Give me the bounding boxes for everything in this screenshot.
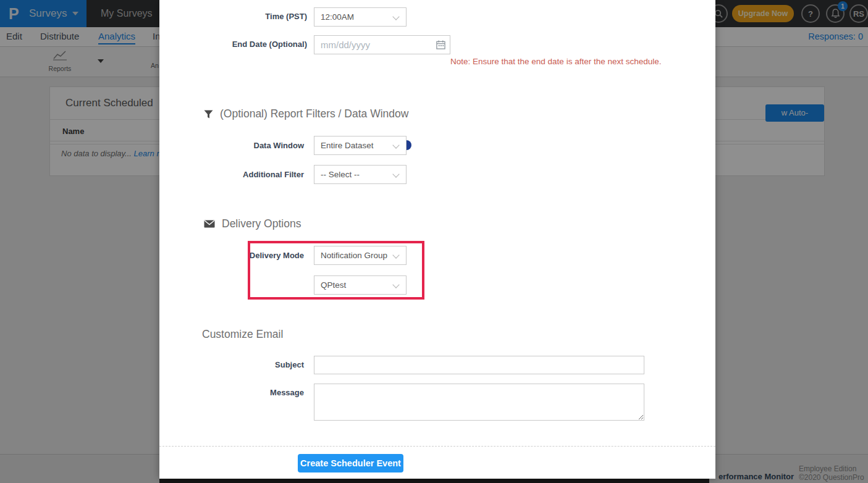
- filters-section-header: (Optional) Report Filters / Data Window: [204, 107, 408, 120]
- modal-bottom-shadow: [159, 479, 709, 483]
- delivery-mode-select[interactable]: Notification Group: [314, 246, 407, 265]
- notification-group-select-value: QPtest: [321, 280, 346, 290]
- filters-section-title: (Optional) Report Filters / Data Window: [220, 107, 408, 120]
- chevron-down-icon: [392, 141, 399, 148]
- data-window-label: Data Window: [156, 141, 304, 150]
- customize-email-header: Customize Email: [202, 328, 283, 341]
- end-date-note: Note: Ensure that the end date is after …: [450, 57, 661, 66]
- time-label: Time (PST): [159, 12, 307, 21]
- envelope-icon: [204, 220, 215, 228]
- additional-filter-select[interactable]: -- Select --: [314, 165, 407, 184]
- chevron-down-icon: [392, 13, 399, 20]
- time-select[interactable]: 12:00AM: [314, 7, 407, 27]
- scheduler-modal: Time (PST) 12:00AM End Date (Optional) N…: [159, 0, 715, 479]
- delivery-section-title: Delivery Options: [222, 217, 301, 230]
- message-label: Message: [156, 388, 304, 397]
- data-window-select[interactable]: Entire Dataset: [314, 136, 407, 155]
- chevron-down-icon: [392, 251, 399, 258]
- subject-input[interactable]: [314, 356, 644, 374]
- message-textarea[interactable]: [314, 384, 644, 421]
- chevron-down-icon: [392, 170, 399, 177]
- additional-filter-label: Additional Filter: [156, 170, 304, 179]
- app-screen: P Surveys My Surveys Upgrade Now ? 1: [0, 0, 868, 483]
- end-date-label: End Date (Optional): [159, 40, 307, 49]
- chevron-down-icon: [392, 281, 399, 288]
- delivery-mode-select-value: Notification Group: [321, 251, 387, 260]
- create-scheduler-event-button[interactable]: Create Scheduler Event: [298, 454, 403, 472]
- notification-group-select[interactable]: QPtest: [314, 275, 407, 295]
- delivery-mode-label: Delivery Mode: [156, 251, 304, 260]
- data-window-info-icon[interactable]: [407, 140, 411, 150]
- calendar-icon[interactable]: [436, 40, 445, 49]
- customize-email-title: Customize Email: [202, 328, 283, 341]
- end-date-input[interactable]: [314, 35, 450, 54]
- time-select-value: 12:00AM: [321, 12, 354, 22]
- data-window-select-value: Entire Dataset: [321, 141, 374, 150]
- subject-label: Subject: [156, 360, 304, 369]
- additional-filter-select-value: -- Select --: [321, 170, 360, 179]
- delivery-section-header: Delivery Options: [204, 217, 301, 230]
- filter-funnel-icon: [204, 110, 213, 119]
- modal-footer-divider: [159, 446, 715, 447]
